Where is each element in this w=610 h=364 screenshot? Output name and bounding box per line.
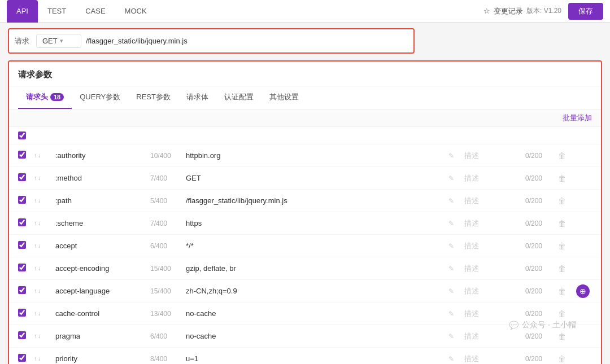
sub-tabs-bar: 请求头 18 QUERY参数 REST参数 请求体 认证配置 其他设置: [9, 86, 601, 109]
delete-icon[interactable]: 🗑: [558, 354, 572, 363]
delete-icon[interactable]: 🗑: [558, 332, 572, 341]
params-title: 请求参数: [9, 62, 601, 86]
delete-icon[interactable]: 🗑: [558, 242, 572, 251]
up-arrow-icon[interactable]: ↑: [34, 310, 37, 317]
tab-query-params-label: QUERY参数: [80, 92, 120, 102]
row-value: */*: [186, 242, 444, 250]
delete-icon[interactable]: 🗑: [558, 219, 572, 228]
tab-case[interactable]: CASE: [76, 0, 115, 23]
row-desc: 描述: [464, 173, 521, 183]
main-content: 请求 GET ▾ 请求参数 请求头 18 QUERY参数 REST参数 请求体: [0, 23, 610, 364]
table-row: ↑↓ :authority 10/400 httpbin.org ✎ 描述 0/…: [9, 144, 601, 167]
row-name: accept-language: [55, 287, 146, 295]
up-arrow-icon[interactable]: ↑: [34, 356, 37, 362]
change-record-link[interactable]: ☆ 变更记录 版本: V1.20: [483, 6, 561, 16]
tab-mock[interactable]: MOCK: [115, 0, 156, 23]
row-checkbox[interactable]: [18, 354, 26, 362]
row-count: 13/400: [150, 310, 181, 318]
row-name: :path: [55, 196, 146, 205]
delete-icon[interactable]: 🗑: [558, 174, 572, 183]
tab-other-settings[interactable]: 其他设置: [262, 86, 307, 109]
up-arrow-icon[interactable]: ↑: [34, 333, 37, 339]
tab-request-body-label: 请求体: [186, 92, 208, 102]
row-count: 6/400: [150, 332, 181, 340]
delete-icon[interactable]: 🗑: [558, 287, 572, 296]
down-arrow-icon[interactable]: ↓: [38, 198, 41, 204]
delete-icon[interactable]: 🗑: [558, 151, 572, 160]
row-checkbox[interactable]: [18, 331, 26, 339]
row-name: priority: [55, 354, 146, 363]
tab-rest-params-label: REST参数: [136, 92, 171, 102]
row-count: 5/400: [150, 197, 181, 205]
compass-icon[interactable]: ⊕: [576, 284, 590, 298]
down-arrow-icon[interactable]: ↓: [38, 220, 41, 226]
row-checkbox[interactable]: [18, 151, 26, 159]
row-desc-count: 0/200: [525, 220, 554, 227]
down-arrow-icon[interactable]: ↓: [38, 356, 41, 362]
edit-icon[interactable]: ✎: [448, 174, 460, 182]
up-arrow-icon[interactable]: ↑: [34, 265, 37, 271]
tab-request-headers[interactable]: 请求头 18: [18, 86, 72, 109]
tab-query-params[interactable]: QUERY参数: [72, 86, 128, 109]
edit-icon[interactable]: ✎: [448, 265, 460, 273]
down-arrow-icon[interactable]: ↓: [38, 310, 41, 317]
down-arrow-icon[interactable]: ↓: [38, 175, 41, 181]
tab-request-body[interactable]: 请求体: [178, 86, 216, 109]
edit-icon[interactable]: ✎: [448, 287, 460, 295]
row-desc-count: 0/200: [525, 152, 554, 160]
url-input[interactable]: [86, 37, 408, 45]
tab-api[interactable]: API: [7, 0, 38, 23]
up-arrow-icon[interactable]: ↑: [34, 198, 37, 204]
down-arrow-icon[interactable]: ↓: [38, 333, 41, 339]
save-button[interactable]: 保存: [568, 3, 603, 20]
down-arrow-icon[interactable]: ↓: [38, 243, 41, 249]
row-desc-count: 0/200: [525, 197, 554, 205]
up-arrow-icon[interactable]: ↑: [34, 152, 37, 159]
select-all-checkbox[interactable]: [18, 131, 26, 139]
up-arrow-icon[interactable]: ↑: [34, 288, 37, 294]
row-value: u=1: [186, 354, 444, 363]
row-checkbox[interactable]: [18, 286, 26, 294]
delete-icon[interactable]: 🗑: [558, 309, 572, 318]
row-checkbox[interactable]: [18, 218, 26, 226]
tab-rest-params[interactable]: REST参数: [128, 86, 178, 109]
row-arrows: ↑↓: [34, 265, 51, 271]
edit-icon[interactable]: ✎: [448, 197, 460, 205]
row-count: 15/400: [150, 287, 181, 295]
row-desc-count: 0/200: [525, 355, 554, 363]
row-name: accept: [55, 242, 146, 250]
row-checkbox[interactable]: [18, 309, 26, 317]
tab-auth-config[interactable]: 认证配置: [216, 86, 262, 109]
delete-icon[interactable]: 🗑: [558, 264, 572, 273]
edit-icon[interactable]: ✎: [448, 242, 460, 250]
row-value: https: [186, 219, 444, 227]
row-value: zh-CN,zh;q=0.9: [186, 287, 444, 295]
row-value: no-cache: [186, 309, 444, 318]
row-value: /flasgger_static/lib/jquery.min.js: [186, 196, 444, 205]
row-value: httpbin.org: [186, 151, 444, 160]
edit-icon[interactable]: ✎: [448, 152, 460, 160]
row-checkbox[interactable]: [18, 241, 26, 249]
down-arrow-icon[interactable]: ↓: [38, 152, 41, 159]
row-desc-count: 0/200: [525, 174, 554, 182]
request-row: 请求 GET ▾: [8, 28, 415, 54]
down-arrow-icon[interactable]: ↓: [38, 288, 41, 294]
row-checkbox[interactable]: [18, 196, 26, 204]
up-arrow-icon[interactable]: ↑: [34, 243, 37, 249]
delete-icon[interactable]: 🗑: [558, 196, 572, 205]
bulk-add-button[interactable]: 批量添加: [563, 113, 592, 123]
row-desc: 描述: [464, 241, 521, 251]
edit-icon[interactable]: ✎: [448, 332, 460, 340]
edit-icon[interactable]: ✎: [448, 355, 460, 363]
table-row: ↑↓ priority 8/400 u=1 ✎ 描述 0/200 🗑: [9, 348, 601, 364]
select-all-row: [9, 127, 601, 144]
up-arrow-icon[interactable]: ↑: [34, 220, 37, 226]
row-checkbox[interactable]: [18, 264, 26, 271]
up-arrow-icon[interactable]: ↑: [34, 175, 37, 181]
down-arrow-icon[interactable]: ↓: [38, 265, 41, 271]
method-select[interactable]: GET ▾: [36, 34, 81, 48]
row-checkbox[interactable]: [18, 173, 26, 181]
edit-icon[interactable]: ✎: [448, 220, 460, 227]
tab-test[interactable]: TEST: [38, 0, 76, 23]
edit-icon[interactable]: ✎: [448, 310, 460, 318]
